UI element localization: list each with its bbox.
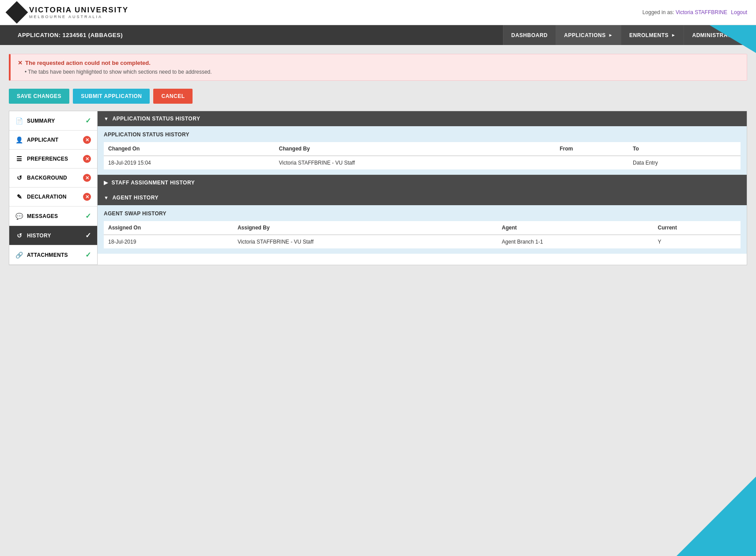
agent-table: Assigned On Assigned By Agent Current 18…	[104, 221, 741, 248]
main-panel: ▼ APPLICATION STATUS HISTORY APPLICATION…	[97, 111, 747, 265]
logo-title: VICTORIA UNIVERSITY	[29, 6, 129, 15]
sidebar-item-summary[interactable]: 📄 SUMMARY ✓	[9, 111, 97, 131]
nav-applications[interactable]: APPLICATIONS ►	[556, 25, 621, 45]
logo-diamond	[6, 1, 28, 24]
sidebar: 📄 SUMMARY ✓ 👤 APPLICANT ✕ ☰	[9, 111, 97, 265]
nav-dashboard[interactable]: DASHBOARD	[503, 25, 556, 45]
agent-history-body: AGENT SWAP HISTORY Assigned On Assigned …	[98, 205, 747, 254]
logo-text: VICTORIA UNIVERSITY MELBOURNE AUSTRALIA	[29, 6, 129, 19]
sidebar-item-messages[interactable]: 💬 MESSAGES ✓	[9, 207, 97, 226]
attachments-status: ✓	[85, 251, 91, 259]
history-status: ✓	[85, 231, 91, 240]
sidebar-item-attachments[interactable]: 🔗 ATTACHMENTS ✓	[9, 245, 97, 265]
sidebar-item-background[interactable]: ↺ BACKGROUND ✕	[9, 169, 97, 188]
staff-title: STAFF ASSIGNMENT HISTORY	[112, 180, 195, 186]
messages-label: MESSAGES	[27, 213, 58, 219]
nav-applications-arrow: ►	[609, 33, 613, 38]
preferences-label: PREFERENCES	[27, 156, 68, 162]
col-changed-on: Changed On	[104, 142, 275, 156]
cell-current: Y	[654, 235, 741, 248]
agent-subtitle: AGENT SWAP HISTORY	[104, 210, 741, 217]
table-row: 18-Jul-2019 Victoria STAFFBRINE - VU Sta…	[104, 235, 741, 248]
nav-bar: APPLICATION: 1234561 (ABBAGES) DASHBOARD…	[0, 25, 756, 45]
agent-title: AGENT HISTORY	[112, 195, 159, 201]
cancel-button[interactable]: CANCEL	[153, 89, 193, 104]
cell-to: Data Entry	[628, 156, 741, 169]
error-banner: ✕ The requested action could not be comp…	[9, 54, 747, 81]
main-content: ✕ The requested action could not be comp…	[0, 45, 756, 274]
col-agent: Agent	[497, 221, 653, 235]
cell-assigned-on: 18-Jul-2019	[104, 235, 233, 248]
attachments-label: ATTACHMENTS	[27, 252, 68, 258]
logged-in-label: Logged in as:	[643, 9, 674, 15]
messages-icon: 💬	[15, 213, 23, 220]
summary-status: ✓	[85, 116, 91, 125]
declaration-icon: ✎	[15, 193, 23, 200]
preferences-icon: ☰	[15, 155, 23, 162]
cell-assigned-by: Victoria STAFFBRINE - VU Staff	[233, 235, 497, 248]
preferences-status: ✕	[83, 155, 91, 163]
submit-application-button[interactable]: SUBMIT APPLICATION	[73, 89, 150, 104]
app-status-title: APPLICATION STATUS HISTORY	[112, 116, 200, 122]
logo: VICTORIA UNIVERSITY MELBOURNE AUSTRALIA	[9, 4, 129, 20]
applicant-label: APPLICANT	[27, 137, 58, 143]
two-col-layout: 📄 SUMMARY ✓ 👤 APPLICANT ✕ ☰	[9, 111, 747, 265]
cell-from	[555, 156, 628, 169]
app-status-subtitle: APPLICATION STATUS HISTORY	[104, 131, 741, 138]
user-info: Logged in as: Victoria STAFFBRINE Logout	[643, 9, 747, 15]
error-title: ✕ The requested action could not be comp…	[18, 60, 740, 66]
user-name-link[interactable]: Victoria STAFFBRINE	[676, 9, 727, 15]
declaration-status: ✕	[83, 193, 91, 201]
col-to: To	[628, 142, 741, 156]
col-from: From	[555, 142, 628, 156]
agent-history-header[interactable]: ▼ AGENT HISTORY	[98, 190, 747, 205]
attachments-icon: 🔗	[15, 252, 23, 259]
error-x-icon: ✕	[18, 60, 23, 66]
logout-link[interactable]: Logout	[731, 9, 747, 15]
sidebar-item-preferences[interactable]: ☰ PREFERENCES ✕	[9, 150, 97, 169]
action-buttons: SAVE CHANGES SUBMIT APPLICATION CANCEL	[9, 89, 747, 104]
sidebar-item-applicant[interactable]: 👤 APPLICANT ✕	[9, 131, 97, 150]
app-status-toggle-icon: ▼	[104, 116, 109, 121]
logo-subtitle: MELBOURNE AUSTRALIA	[29, 15, 129, 19]
cell-changed-on: 18-Jul-2019 15:04	[104, 156, 275, 169]
app-title: APPLICATION: 1234561 (ABBAGES)	[9, 25, 132, 45]
background-label: BACKGROUND	[27, 175, 67, 181]
save-changes-button[interactable]: SAVE CHANGES	[9, 89, 69, 104]
cell-changed-by: Victoria STAFFBRINE - VU Staff	[275, 156, 556, 169]
col-assigned-by: Assigned By	[233, 221, 497, 235]
app-status-body: APPLICATION STATUS HISTORY Changed On Ch…	[98, 126, 747, 175]
table-row: 18-Jul-2019 15:04 Victoria STAFFBRINE - …	[104, 156, 741, 169]
applicant-status: ✕	[83, 136, 91, 144]
col-changed-by: Changed By	[275, 142, 556, 156]
error-detail: • The tabs have been highlighted to show…	[18, 69, 740, 75]
history-icon: ↺	[15, 232, 23, 239]
cell-agent: Agent Branch 1-1	[497, 235, 653, 248]
col-current: Current	[654, 221, 741, 235]
staff-assignment-header[interactable]: ▶ STAFF ASSIGNMENT HISTORY	[98, 175, 747, 190]
summary-icon: 📄	[15, 117, 23, 124]
col-assigned-on: Assigned On	[104, 221, 233, 235]
sidebar-item-declaration[interactable]: ✎ DECLARATION ✕	[9, 188, 97, 207]
applicant-icon: 👤	[15, 136, 23, 143]
history-label: HISTORY	[27, 233, 51, 239]
summary-label: SUMMARY	[27, 118, 55, 124]
background-status: ✕	[83, 174, 91, 182]
messages-status: ✓	[85, 212, 91, 220]
sidebar-item-history[interactable]: ↺ HISTORY ✓	[9, 226, 97, 245]
declaration-label: DECLARATION	[27, 194, 67, 200]
background-icon: ↺	[15, 174, 23, 181]
agent-toggle-icon: ▼	[104, 195, 109, 200]
app-status-table: Changed On Changed By From To 18-Jul-201…	[104, 142, 741, 169]
app-status-history-header[interactable]: ▼ APPLICATION STATUS HISTORY	[98, 111, 747, 126]
staff-toggle-icon: ▶	[104, 180, 108, 186]
